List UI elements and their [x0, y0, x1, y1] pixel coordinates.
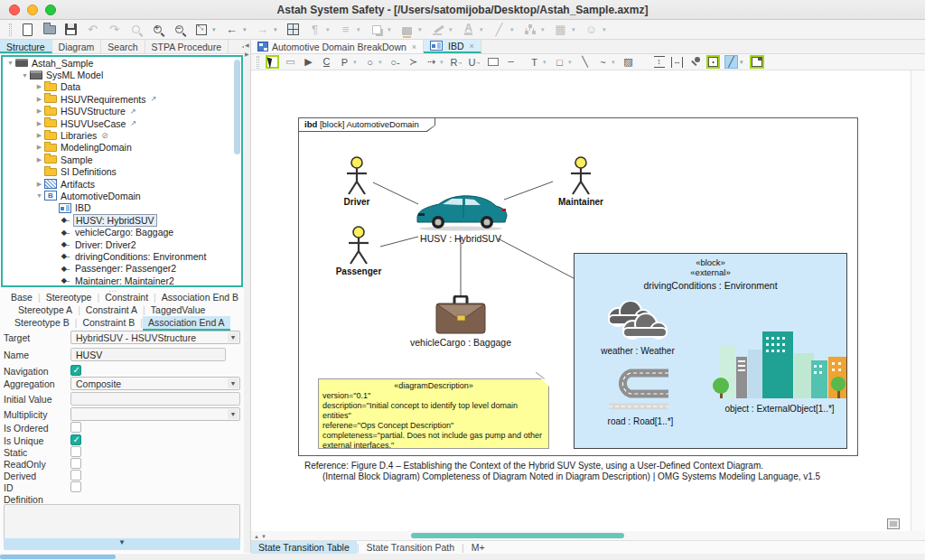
panel-divider[interactable]: ◀ ▶: [244, 40, 251, 553]
ptab-constraint-b[interactable]: Constraint B: [77, 316, 140, 331]
ptab-stereotype-b[interactable]: Stereotype B: [9, 316, 75, 331]
image-tool[interactable]: ▨: [621, 55, 635, 69]
connector-tool[interactable]: ╱: [724, 55, 738, 69]
tree-item-sample[interactable]: ▶Sample: [3, 154, 241, 165]
ptab-constraint-a[interactable]: Constraint A: [80, 303, 143, 316]
rectangle-tool[interactable]: □: [553, 55, 566, 69]
navigate-forward-icon[interactable]: →: [255, 22, 270, 37]
port-tool[interactable]: P: [338, 55, 351, 69]
undo-icon[interactable]: ↶: [85, 22, 100, 37]
close-icon[interactable]: ×: [470, 42, 474, 51]
tree-item-husv[interactable]: ▶◆–HUSV: HybridSUV: [3, 214, 241, 226]
tab-structure[interactable]: Structure: [0, 40, 52, 53]
target-select[interactable]: HybridSUV - HSUVStructure▼: [70, 331, 240, 344]
open-file-icon[interactable]: [42, 22, 57, 37]
initial-value-field[interactable]: [70, 392, 240, 406]
collapse-panel-button[interactable]: ▼: [4, 538, 240, 550]
actor-passenger[interactable]: [345, 226, 372, 266]
emoticon-icon[interactable]: ☺: [584, 22, 599, 37]
frame-tool[interactable]: [750, 55, 764, 69]
definition-field[interactable]: [4, 504, 240, 540]
part-tool[interactable]: ▭: [284, 55, 297, 69]
zoom-out-icon[interactable]: [172, 22, 187, 37]
tree-item-project[interactable]: ▼Astah_Sample: [3, 57, 241, 69]
is-ordered-checkbox[interactable]: [70, 422, 81, 433]
tree-item-vehiclecargo[interactable]: ▶◆–vehicleCargo: Baggage: [3, 226, 241, 238]
redo-icon[interactable]: ↷: [107, 22, 122, 37]
tree-item-hsuvusecase[interactable]: ▶HSUVUseCase↗: [3, 117, 241, 129]
distribute-horizontal-tool[interactable]: ↔: [670, 55, 684, 69]
save-icon[interactable]: [63, 22, 79, 37]
hscroll-thumb[interactable]: [411, 533, 624, 538]
city-image[interactable]: [712, 324, 849, 400]
line-tool[interactable]: ╲: [578, 55, 592, 69]
id-checkbox[interactable]: [70, 481, 81, 492]
control-tool[interactable]: C: [320, 55, 333, 69]
tab-state-transition-path[interactable]: State Transition Path: [360, 541, 462, 554]
curve-tool[interactable]: ~: [596, 55, 610, 69]
expand-right-icon[interactable]: ▶: [245, 51, 249, 57]
tree-scrollbar[interactable]: [234, 60, 240, 154]
actor-maintainer[interactable]: [567, 156, 594, 196]
tab-search[interactable]: Search: [101, 40, 145, 53]
navigate-back-icon[interactable]: ←: [224, 22, 239, 37]
tree-item-artifacts[interactable]: ▶Artifacts: [3, 178, 241, 190]
tree-item-hsuvstructure[interactable]: ▶HSUVStructure↗: [3, 106, 241, 117]
collapse-left-icon[interactable]: ◀: [245, 42, 249, 48]
layers-icon[interactable]: [369, 22, 384, 37]
readonly-checkbox[interactable]: [70, 458, 81, 469]
tree-item-passenger[interactable]: ▶◆–Passenger: Passenger2: [3, 263, 241, 275]
text-tool[interactable]: T: [528, 55, 541, 69]
fit-to-window-icon[interactable]: [193, 22, 209, 37]
derived-checkbox[interactable]: [70, 470, 81, 481]
tree-item-si-definitions[interactable]: ▶SI Definitions: [3, 166, 241, 178]
port-highlight-tool[interactable]: •: [706, 55, 720, 69]
note-tool[interactable]: [486, 55, 500, 69]
baggage-image[interactable]: [434, 295, 487, 335]
is-unique-checkbox[interactable]: [70, 434, 81, 445]
tab-diagram[interactable]: Diagram: [52, 40, 102, 53]
distribute-vertical-tool[interactable]: ↕: [652, 55, 666, 69]
usecase-tool[interactable]: U: [468, 55, 481, 69]
requirement-tool[interactable]: R: [450, 55, 463, 69]
select-cursor-tool[interactable]: [266, 55, 279, 69]
canvas-horizontal-scrollbar[interactable]: ⋯: [251, 531, 925, 540]
multiplicity-select[interactable]: ▼: [70, 407, 240, 421]
diagram-description-note[interactable]: «diagramDescription» version="0.1" descr…: [318, 378, 549, 449]
zoom-in-icon[interactable]: [150, 22, 165, 37]
splitter-handle[interactable]: ⋯: [582, 530, 591, 539]
new-file-icon[interactable]: [20, 22, 35, 37]
ptab-constraint[interactable]: Constraint: [99, 291, 154, 303]
text-format-icon[interactable]: ¶: [307, 22, 322, 37]
diagram-map-icon[interactable]: [285, 22, 301, 37]
fork-tool[interactable]: ≻: [406, 55, 420, 69]
ptab-association-end-b[interactable]: Association End B: [156, 291, 244, 303]
tree-item-drivingconditions[interactable]: ▶◆–drivingConditions: Environment: [3, 250, 241, 262]
tree-item-data[interactable]: ▶Data: [3, 81, 241, 93]
ptab-taggedvalue[interactable]: TaggedValue: [145, 303, 211, 316]
tab-state-transition-table[interactable]: State Transition Table: [251, 541, 357, 554]
tree-item-modelingdomain[interactable]: ▶ModelingDomain: [3, 142, 241, 154]
tree-item-maintainer[interactable]: ▶◆–Maintainer: Maintainer2: [3, 275, 241, 286]
name-field[interactable]: [70, 348, 226, 361]
fill-color-icon[interactable]: [399, 22, 415, 37]
car-image[interactable]: [411, 191, 510, 232]
tree-item-driver[interactable]: ▶◆–Driver: Driver2: [3, 238, 241, 250]
tree-item-sysml-model[interactable]: ▼SysML Model: [3, 69, 241, 80]
zoom-reset-icon[interactable]: [128, 22, 144, 37]
pushpin-tool[interactable]: [688, 55, 702, 69]
anchor-tool[interactable]: ┄: [504, 55, 518, 69]
font-color-icon[interactable]: A: [461, 22, 476, 37]
weather-image[interactable]: [598, 301, 677, 346]
tree-item-automotivedomain[interactable]: ▼BAutomotiveDomain: [3, 190, 241, 201]
tree-item-hsuvrequirements[interactable]: ▶HSUVRequirements↗: [3, 93, 241, 105]
bottom-panel-arrows[interactable]: ▲▼: [254, 534, 268, 539]
grid-layout-icon[interactable]: ▦: [553, 22, 568, 37]
hierarchy-icon[interactable]: [522, 22, 537, 37]
tab-stpa-procedure[interactable]: STPA Procedure: [145, 40, 229, 53]
diagram-tab-ibd[interactable]: IBD ×: [424, 40, 481, 53]
tab-m-plus[interactable]: M+: [464, 541, 492, 554]
actor-driver[interactable]: [343, 156, 370, 196]
dependency-tool[interactable]: ⇢: [425, 55, 438, 69]
tree-item-ibd[interactable]: ▶IBD: [3, 202, 241, 214]
